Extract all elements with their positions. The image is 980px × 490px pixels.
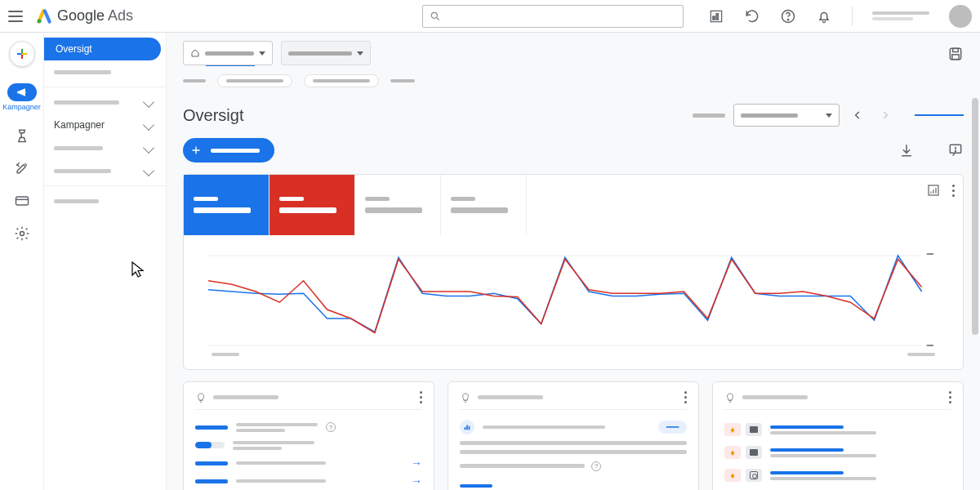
list-item[interactable] — [195, 436, 422, 454]
chart-badge-icon — [460, 420, 474, 434]
metric-tab-2[interactable] — [270, 175, 355, 235]
notifications-icon[interactable] — [816, 8, 832, 24]
rail-goals-icon[interactable] — [14, 127, 30, 144]
card-menu-icon[interactable] — [420, 391, 422, 403]
sidebar-item-overview[interactable]: Oversigt — [44, 38, 161, 60]
status-badge: ━━━ — [658, 421, 687, 434]
sidebar-campaigns-label: Kampagner — [54, 119, 105, 131]
svg-rect-25 — [469, 426, 470, 430]
sidebar: Oversigt Kampagner — [44, 33, 167, 490]
svg-point-7 — [787, 19, 788, 20]
video-icon — [746, 423, 762, 436]
line-chart — [208, 252, 938, 350]
main-layout: Kampagner Oversigt Kampagner — [0, 33, 980, 490]
date-range-controls — [693, 104, 964, 127]
insight-card-3: ♦ ♦ ♦ — [712, 381, 964, 490]
help-icon[interactable] — [780, 8, 796, 24]
plus-icon — [189, 144, 203, 157]
list-item[interactable]: → — [195, 472, 422, 490]
svg-point-0 — [38, 19, 42, 23]
sidebar-item-4[interactable] — [44, 159, 166, 182]
list-item[interactable]: ? — [195, 418, 422, 436]
rail-settings-icon[interactable] — [14, 225, 30, 242]
lightbulb-icon — [195, 392, 207, 403]
create-button[interactable] — [9, 41, 35, 67]
chart-menu-icon[interactable] — [952, 185, 955, 197]
caret-down-icon — [357, 51, 363, 56]
card-menu-icon[interactable] — [949, 391, 951, 403]
svg-rect-24 — [466, 425, 468, 430]
svg-rect-8 — [16, 197, 28, 205]
chevron-down-icon — [143, 96, 154, 108]
content-area: Oversigt — [167, 33, 980, 490]
list-item[interactable]: ♦ — [724, 418, 951, 441]
rail-tools-icon[interactable] — [14, 160, 30, 176]
avatar[interactable] — [949, 5, 972, 28]
campaign-dropdown[interactable] — [281, 41, 371, 65]
google-ads-logo-icon — [36, 8, 52, 24]
list-item: ━━━ — [460, 418, 687, 436]
sidebar-item-1[interactable] — [44, 60, 166, 83]
chevron-down-icon — [143, 142, 154, 154]
progress-meter — [195, 442, 225, 448]
action-row — [183, 138, 964, 163]
date-range-dropdown[interactable] — [733, 104, 840, 127]
sidebar-item-campaigns[interactable]: Kampagner — [44, 114, 166, 136]
new-campaign-label — [211, 149, 260, 153]
sidebar-item-3[interactable] — [44, 136, 166, 159]
search-icon — [430, 11, 441, 22]
sidebar-item-5[interactable] — [44, 189, 166, 212]
metric-tab-4[interactable] — [441, 175, 527, 235]
filter-more[interactable] — [390, 79, 415, 82]
account-dropdown[interactable] — [183, 41, 273, 65]
menu-icon[interactable] — [8, 7, 28, 26]
scrollbar[interactable] — [972, 98, 978, 335]
product-logo[interactable]: Google Ads — [36, 7, 133, 24]
divider — [852, 7, 853, 26]
card-action-link[interactable] — [460, 484, 492, 488]
caret-down-icon — [826, 114, 832, 118]
refresh-icon[interactable] — [744, 8, 760, 24]
svg-point-17 — [956, 151, 956, 152]
metric-tab-1[interactable] — [184, 175, 270, 235]
list-item[interactable]: → — [195, 454, 422, 472]
rail-campaigns[interactable]: Kampagner — [6, 83, 38, 111]
sidebar-overview-label: Oversigt — [56, 43, 92, 55]
filter-chip-2[interactable] — [304, 74, 379, 87]
info-icon[interactable]: ? — [591, 461, 601, 471]
top-bar: Google Ads — [0, 0, 980, 33]
list-item[interactable]: ♦ — [724, 441, 951, 464]
metric-tab-3[interactable] — [355, 175, 441, 235]
rail-billing-icon[interactable] — [14, 193, 30, 209]
expand-chart-icon[interactable] — [926, 183, 941, 198]
filter-chip-1[interactable] — [217, 74, 292, 87]
search-input[interactable] — [422, 5, 684, 28]
search-container — [422, 5, 684, 28]
sidebar-item-2[interactable] — [44, 91, 166, 114]
search-type-icon — [746, 469, 762, 482]
info-icon[interactable]: ? — [326, 422, 336, 432]
home-icon — [190, 48, 200, 58]
svg-rect-13 — [952, 55, 959, 60]
next-period-button[interactable] — [875, 105, 895, 125]
download-icon[interactable] — [898, 142, 915, 158]
insight-cards: ? → → → ━━━ ? ♦ — [183, 381, 964, 490]
reports-icon[interactable] — [708, 8, 724, 24]
comparison-toggle[interactable] — [915, 114, 964, 116]
account-switcher[interactable] — [872, 11, 929, 20]
save-view-icon[interactable] — [947, 46, 964, 62]
card-menu-icon[interactable] — [684, 391, 687, 403]
chart-body — [184, 235, 963, 361]
prev-period-button[interactable] — [848, 105, 867, 125]
page-tools — [898, 142, 964, 158]
svg-point-10 — [20, 232, 24, 236]
new-campaign-button[interactable] — [183, 138, 274, 163]
feedback-icon[interactable] — [947, 142, 964, 158]
lightbulb-icon — [460, 392, 471, 403]
chevron-down-icon — [143, 165, 154, 176]
insight-card-1: ? → → → — [183, 381, 434, 490]
list-item[interactable]: ♦ — [724, 464, 951, 487]
product-name: Google Ads — [57, 7, 133, 24]
fire-icon: ♦ — [724, 469, 741, 482]
chevron-down-icon — [143, 119, 154, 131]
